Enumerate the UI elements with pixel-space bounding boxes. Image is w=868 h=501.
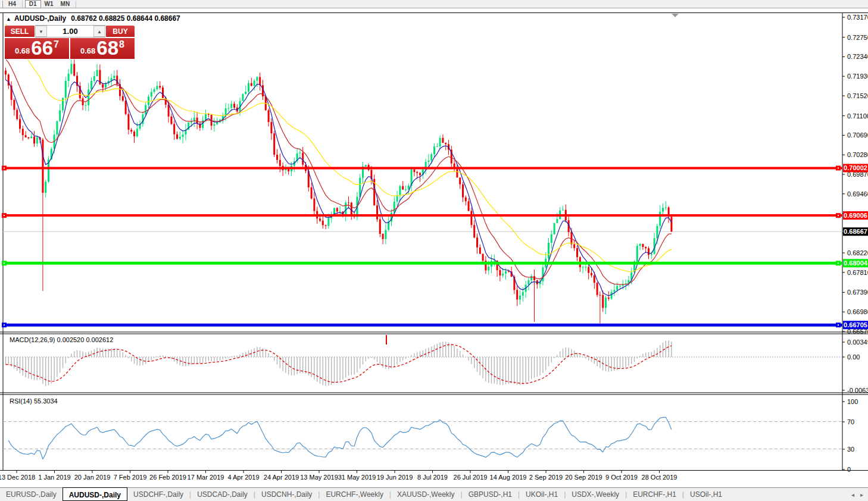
svg-text:-0.00637: -0.00637 bbox=[847, 387, 868, 394]
svg-text:0: 0 bbox=[847, 466, 851, 473]
svg-text:0.72750: 0.72750 bbox=[847, 34, 868, 41]
collapse-arrow-icon[interactable]: ▲ bbox=[6, 16, 11, 22]
buy-button[interactable]: BUY bbox=[105, 25, 135, 37]
tab-eurchf-h1[interactable]: EURCHF-,H1 bbox=[627, 488, 682, 501]
svg-text:0.70002: 0.70002 bbox=[844, 164, 867, 171]
svg-text:0.71520: 0.71520 bbox=[847, 92, 868, 99]
tab-xauusd-weekly[interactable]: XAUUSD-,Weekly bbox=[391, 488, 460, 501]
chart-frame bbox=[0, 9, 868, 501]
svg-text:100: 100 bbox=[847, 398, 858, 405]
svg-text:0.67810: 0.67810 bbox=[847, 269, 868, 276]
volume-increase-button[interactable]: ▲ bbox=[93, 26, 105, 37]
sell-price-pip: 7 bbox=[54, 39, 59, 50]
symbol-tab-bar: EURUSD-,DailyAUDUSD-,DailyUSDCHF-,Daily|… bbox=[0, 487, 868, 501]
tab-scroll-right-icon[interactable]: ▸ bbox=[860, 491, 863, 498]
svg-text:0.66705: 0.66705 bbox=[844, 321, 867, 328]
volume-input[interactable] bbox=[47, 26, 93, 37]
tab-usdx-weekly[interactable]: USDX-,Weekly bbox=[566, 488, 625, 501]
svg-text:0.70280: 0.70280 bbox=[847, 151, 868, 158]
trading-app-window: 0.731700.727500.723400.719300.715200.711… bbox=[0, 0, 868, 501]
tab-ukoil-h1[interactable]: UKOil-,H1 bbox=[520, 488, 564, 501]
svg-text:0.71100: 0.71100 bbox=[847, 112, 868, 120]
svg-text:31 May 2019: 31 May 2019 bbox=[338, 474, 376, 481]
svg-text:0.72340: 0.72340 bbox=[847, 53, 868, 60]
svg-text:14 Aug 2019: 14 Aug 2019 bbox=[490, 474, 527, 481]
svg-text:28 Oct 2019: 28 Oct 2019 bbox=[642, 474, 677, 481]
buy-price-pip: 8 bbox=[119, 39, 124, 50]
svg-text:0.70690: 0.70690 bbox=[847, 131, 868, 139]
buy-price-main: 68 bbox=[96, 39, 118, 57]
svg-text:0.68667: 0.68667 bbox=[844, 228, 867, 235]
timeframe-button-mn[interactable]: MN bbox=[57, 0, 74, 8]
svg-text:4 Apr 2019: 4 Apr 2019 bbox=[227, 474, 259, 481]
svg-text:26 Jul 2019: 26 Jul 2019 bbox=[454, 474, 488, 481]
svg-text:0.69460: 0.69460 bbox=[847, 190, 868, 198]
svg-text:0.68004: 0.68004 bbox=[844, 259, 868, 267]
toolbar-separator bbox=[22, 1, 23, 8]
svg-text:13 Dec 2018: 13 Dec 2018 bbox=[0, 474, 35, 481]
svg-text:1 Jan 2019: 1 Jan 2019 bbox=[38, 474, 70, 481]
svg-text:0.66980: 0.66980 bbox=[847, 308, 868, 315]
tab-eurusd-daily[interactable]: EURUSD-,Daily bbox=[0, 488, 63, 501]
price-chart: 0.731700.727500.723400.719300.715200.711… bbox=[0, 0, 868, 501]
volume-decrease-button[interactable]: ▼ bbox=[35, 26, 47, 37]
svg-text:0.68220: 0.68220 bbox=[847, 249, 868, 256]
volume-widget: ▼ ▲ bbox=[35, 25, 105, 37]
sell-price-main: 66 bbox=[31, 39, 53, 57]
toolbar-grip[interactable] bbox=[1, 1, 3, 8]
tab-eurchf-weekly[interactable]: EURCHF-,Weekly bbox=[320, 488, 389, 501]
tab-audusd-daily[interactable]: AUDUSD-,Daily bbox=[63, 487, 127, 501]
svg-text:17 Mar 2019: 17 Mar 2019 bbox=[188, 474, 224, 481]
svg-text:20 Sep 2019: 20 Sep 2019 bbox=[565, 474, 602, 481]
svg-text:0.67390: 0.67390 bbox=[847, 289, 868, 296]
macd-label: MACD(12,26,9) 0.002520 0.002612 bbox=[10, 336, 113, 343]
svg-text:24 Apr 2019: 24 Apr 2019 bbox=[264, 474, 299, 481]
svg-text:30: 30 bbox=[847, 446, 854, 453]
svg-text:20 Jan 2019: 20 Jan 2019 bbox=[74, 474, 111, 481]
svg-text:0.69006: 0.69006 bbox=[844, 212, 867, 219]
sell-price-display[interactable]: 0.68 66 7 bbox=[4, 37, 70, 60]
svg-text:26 Feb 2019: 26 Feb 2019 bbox=[149, 474, 186, 481]
svg-text:0.00: 0.00 bbox=[847, 353, 860, 361]
one-click-trade-panel: SELL ▼ ▲ BUY 0.68 66 7 0.68 68 8 bbox=[4, 25, 135, 60]
sell-price-prefix: 0.68 bbox=[15, 46, 30, 55]
svg-text:8 Jul 2019: 8 Jul 2019 bbox=[417, 474, 448, 481]
svg-text:70: 70 bbox=[847, 418, 854, 425]
timeframe-toolbar: H4D1W1MN bbox=[0, 0, 868, 8]
svg-text:7 Feb 2019: 7 Feb 2019 bbox=[114, 474, 147, 481]
rsi-label: RSI(14) 55.3034 bbox=[10, 397, 58, 405]
ohlc-values: 0.68762 0.68825 0.68644 0.68667 bbox=[71, 14, 180, 23]
tab-usdcad-daily[interactable]: USDCAD-,Daily bbox=[191, 488, 254, 501]
timeframe-button-d1[interactable]: D1 bbox=[25, 0, 41, 8]
symbol-label: AUDUSD-,Daily bbox=[14, 14, 66, 23]
timeframe-button-h4[interactable]: H4 bbox=[5, 0, 20, 8]
svg-text:0.00349: 0.00349 bbox=[847, 339, 868, 346]
tab-usoil-h1[interactable]: USOil-,H1 bbox=[684, 488, 728, 501]
tab-scroll-left-icon[interactable]: ◂ bbox=[851, 491, 854, 498]
svg-text:2 Sep 2019: 2 Sep 2019 bbox=[529, 474, 563, 481]
buy-price-display[interactable]: 0.68 68 8 bbox=[70, 37, 135, 60]
svg-text:19 Jun 2019: 19 Jun 2019 bbox=[377, 474, 413, 481]
svg-text:9 Oct 2019: 9 Oct 2019 bbox=[605, 474, 638, 481]
svg-text:13 May 2019: 13 May 2019 bbox=[300, 474, 338, 481]
buy-price-prefix: 0.68 bbox=[80, 46, 95, 55]
chart-title: ▲AUDUSD-,Daily0.68762 0.68825 0.68644 0.… bbox=[6, 14, 180, 23]
sell-button[interactable]: SELL bbox=[4, 25, 35, 37]
svg-text:0.73170: 0.73170 bbox=[847, 14, 868, 21]
svg-text:0.71930: 0.71930 bbox=[847, 73, 868, 80]
tab-gbpusd-h1[interactable]: GBPUSD-,H1 bbox=[463, 488, 518, 501]
tab-usdchf-daily[interactable]: USDCHF-,Daily bbox=[127, 488, 189, 501]
timeframe-button-w1[interactable]: W1 bbox=[41, 0, 57, 8]
toolbar-separator bbox=[76, 1, 76, 8]
tab-scroll-arrows: ◂▸ bbox=[851, 491, 863, 498]
tab-usdcnh-daily[interactable]: USDCNH-,Daily bbox=[255, 488, 318, 501]
